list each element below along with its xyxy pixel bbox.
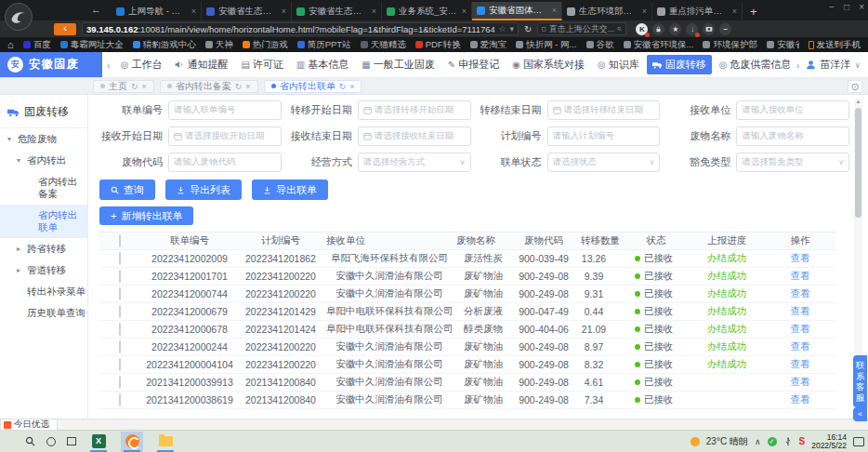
- table-row[interactable]: 202234120006782022341201424阜阳中电联环保科技有限公司…: [99, 321, 835, 339]
- collapse-arrow-icon[interactable]: ▸: [17, 264, 24, 276]
- filter-text-input[interactable]: 请输入计划编号: [547, 126, 661, 146]
- bookmark-item[interactable]: 毒霸网址大全: [60, 39, 124, 51]
- sidebar-item[interactable]: 省内转出联单: [0, 205, 87, 238]
- tab-close-icon[interactable]: ×: [191, 7, 196, 16]
- browser-tab[interactable]: 安徽省生态环境厅_...×: [202, 2, 292, 20]
- collapse-arrow-icon[interactable]: ▸: [17, 243, 24, 255]
- tray-expand-icon[interactable]: ∧: [755, 437, 761, 446]
- tab-close-icon[interactable]: ×: [732, 7, 737, 16]
- user-menu[interactable]: › 苗洋洋 ∨: [790, 52, 868, 77]
- scroll-up-icon[interactable]: ▲: [854, 99, 862, 104]
- page-tab[interactable]: 主页↻×: [93, 80, 154, 93]
- bookmark-item[interactable]: 天猫精选: [361, 39, 406, 51]
- task-view-icon[interactable]: [67, 437, 76, 445]
- filter-select[interactable]: 请选择经营方式∨: [358, 153, 471, 172]
- screenshot-icon[interactable]: [703, 23, 715, 35]
- browser-tab[interactable]: 安徽省生态环境厅×: [292, 2, 382, 20]
- tab-close-icon[interactable]: ×: [642, 7, 647, 16]
- clock[interactable]: 16:14 2022/5/22: [811, 433, 847, 450]
- nav-item-notify[interactable]: 通知提醒: [169, 55, 233, 74]
- nav-scroll-left-icon[interactable]: ‹: [104, 60, 113, 71]
- view-link[interactable]: 查看: [791, 252, 810, 263]
- menu-icon[interactable]: −: [719, 23, 731, 35]
- tab-refresh-icon[interactable]: ↻: [131, 82, 138, 91]
- table-row[interactable]: 20213412000386192021341200840安徽中久润滑油有限公司…: [99, 392, 835, 409]
- nav-item-workbench[interactable]: ◎工作台: [115, 55, 168, 74]
- bookmark-star-icon[interactable]: ☆: [498, 24, 506, 33]
- nav-item-declare[interactable]: ✎申报登记: [442, 55, 505, 74]
- view-link[interactable]: 查看: [791, 287, 810, 299]
- progress-label[interactable]: 办结成功: [707, 287, 746, 299]
- weather-text[interactable]: 23°C 晴朗: [706, 435, 748, 448]
- checkbox-icon[interactable]: [119, 340, 121, 353]
- view-link[interactable]: 查看: [791, 358, 810, 369]
- browser-tab[interactable]: 生态环境部污染源监...×: [562, 2, 652, 20]
- checkbox-icon[interactable]: [119, 270, 121, 283]
- search-icon[interactable]: [617, 25, 622, 33]
- filter-select[interactable]: 请选择状态∨: [547, 153, 661, 172]
- sidebar-item[interactable]: ▸管道转移: [0, 259, 87, 281]
- export-list-button[interactable]: 导出列表: [165, 179, 242, 200]
- view-link[interactable]: 查看: [791, 323, 810, 334]
- view-link[interactable]: 查看: [791, 340, 810, 352]
- nav-item-supply[interactable]: ◎危废供需信息发: [714, 55, 790, 74]
- nav-item-license[interactable]: ▤许可证: [235, 55, 288, 74]
- progress-label[interactable]: 办结成功: [707, 305, 746, 316]
- sogou-input-icon[interactable]: S: [799, 436, 806, 446]
- browser-tab[interactable]: 重点排污单位自动监...×: [652, 2, 743, 20]
- filter-date-input[interactable]: 请选择接收结束日期: [358, 126, 471, 146]
- lock-icon[interactable]: [652, 23, 664, 35]
- scrollbar-thumb[interactable]: [855, 108, 861, 218]
- filter-date-input[interactable]: 请选择转移结束日期: [547, 100, 661, 120]
- nav-item-national[interactable]: ◉国家系统对接: [506, 55, 590, 74]
- sidebar-item[interactable]: ▾危险废物: [0, 128, 87, 150]
- checkbox-icon[interactable]: [119, 323, 121, 336]
- url-dropdown-icon[interactable]: ▾: [509, 24, 514, 33]
- sidebar-item[interactable]: 省内转出备案: [0, 171, 87, 205]
- security-ok-icon[interactable]: ✓: [768, 437, 777, 446]
- nav-item-knowledge[interactable]: ◎知识库: [592, 55, 645, 74]
- back-button[interactable]: ‹: [54, 23, 76, 35]
- view-link[interactable]: 查看: [791, 393, 810, 405]
- table-row[interactable]: 202234120020092022341201862阜阳飞海环保科技有限公司废…: [99, 250, 835, 268]
- checkbox-icon[interactable]: [119, 305, 121, 318]
- taskbar-search-icon[interactable]: [25, 436, 35, 446]
- sidebar-item[interactable]: 转出补录菜单: [0, 281, 87, 302]
- tab-refresh-icon[interactable]: ↻: [235, 82, 243, 91]
- filter-text-input[interactable]: 请输入废物名称: [736, 126, 849, 146]
- nav-item-industrial[interactable]: ▦一般工业固废: [356, 55, 440, 74]
- view-link[interactable]: 查看: [791, 270, 810, 281]
- table-row[interactable]: 202234120017012022341200220安徽中久润滑油有限公司废矿…: [99, 268, 835, 286]
- table-row[interactable]: 20213412000399132021341200840安徽中久润滑油有限公司…: [99, 374, 835, 392]
- filter-text-input[interactable]: 请输入接收单位: [736, 100, 849, 120]
- contact-service-button[interactable]: 联系客服: [853, 355, 867, 407]
- sidebar-item[interactable]: ▸跨省转移: [0, 238, 87, 259]
- tab-refresh-icon[interactable]: ↻: [339, 82, 347, 91]
- progress-label[interactable]: 办结成功: [707, 270, 746, 281]
- cheetah-browser-logo-icon[interactable]: [4, 2, 33, 33]
- account-icon[interactable]: K: [636, 23, 648, 35]
- progress-label[interactable]: 办结成功: [707, 358, 746, 369]
- add-transfer-button[interactable]: + 新增转出联单: [99, 206, 193, 225]
- filter-select[interactable]: 请选择豁免类型∨: [736, 153, 849, 172]
- maximize-icon[interactable]: □: [844, 2, 849, 12]
- nav-scroll-right-icon[interactable]: ›: [794, 60, 803, 71]
- bookmark-item[interactable]: PDF转换: [415, 39, 461, 51]
- refresh-icon[interactable]: ↻: [524, 24, 532, 34]
- page-tab[interactable]: 省内转出备案↻×: [160, 80, 258, 93]
- filter-date-input[interactable]: 请选择接收开始日期: [168, 126, 282, 146]
- tab-close-icon[interactable]: ×: [552, 6, 557, 15]
- browser-search-box[interactable]: 直击上海公共交...: [537, 22, 626, 35]
- tab-options-icon[interactable]: ⊙: [848, 80, 862, 93]
- tab-history-back-icon[interactable]: ←: [91, 4, 101, 15]
- checkbox-icon[interactable]: [119, 358, 121, 371]
- checkbox-icon[interactable]: [119, 234, 121, 247]
- bookmark-item[interactable]: 天神: [205, 39, 233, 51]
- bookmark-item[interactable]: 安徽省环境保...: [624, 39, 694, 51]
- tab-close-icon[interactable]: ×: [142, 82, 147, 91]
- bookmark-item[interactable]: 热门游戏: [243, 39, 288, 51]
- tab-close-icon[interactable]: ×: [462, 7, 467, 16]
- filter-date-input[interactable]: 请选择转移开始日期: [358, 100, 471, 120]
- bookmark-item[interactable]: 安徽省环境在...: [767, 39, 799, 51]
- bookmark-item[interactable]: 爱淘宝: [470, 39, 507, 51]
